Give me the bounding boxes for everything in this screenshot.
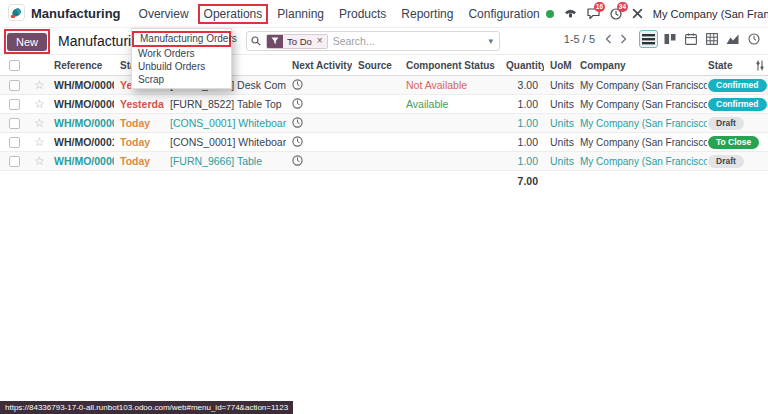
tools-icon[interactable] <box>632 8 643 19</box>
row-checkbox[interactable] <box>9 118 20 129</box>
table-row[interactable]: ☆ WH/MO/00009 Today [CONS_0001] Whiteboa… <box>0 114 768 133</box>
favorite-star-icon[interactable]: ☆ <box>34 79 45 91</box>
cell-uom: Units <box>544 79 574 91</box>
app-name: Manufacturing <box>31 6 121 21</box>
systray: 16 34 My Company (San Francisco) <box>546 5 768 22</box>
menu-reporting[interactable]: Reporting <box>395 4 459 24</box>
company-switcher[interactable]: My Company (San Francisco) <box>653 8 768 20</box>
list-view-button[interactable] <box>639 30 658 48</box>
menu-item-scrap[interactable]: Scrap <box>132 73 231 86</box>
search-options-caret-icon[interactable]: ▾ <box>488 36 493 46</box>
next-activity-clock-icon[interactable] <box>286 79 352 92</box>
cell-component-status: Not Available <box>400 79 500 91</box>
favorite-star-icon[interactable]: ☆ <box>34 155 45 167</box>
new-button-highlight: New <box>4 29 50 54</box>
table-row[interactable]: ☆ WH/MO/00003 Yesterday [FURN_8522] Tabl… <box>0 95 768 114</box>
next-activity-clock-icon[interactable] <box>286 155 352 168</box>
menu-operations[interactable]: Operations <box>198 4 269 24</box>
table-row[interactable]: ☆ WH/MO/00002 Today [FURN_9666] Table 1.… <box>0 152 768 171</box>
cell-quantity: 3.00 <box>500 79 544 91</box>
activities-clock-icon[interactable]: 34 <box>610 8 622 20</box>
column-header-company[interactable]: Company <box>574 60 707 71</box>
cell-reference: WH/MO/00010 <box>54 136 114 148</box>
favorite-star-icon[interactable]: ☆ <box>34 98 45 110</box>
menu-item-work-orders[interactable]: Work Orders <box>132 47 231 60</box>
column-header-state[interactable]: State <box>707 60 752 71</box>
remove-filter-icon[interactable]: × <box>316 35 327 48</box>
status-badge: To Close <box>707 135 752 149</box>
menu-configuration[interactable]: Configuration <box>462 4 545 24</box>
status-badge: Confirmed <box>707 78 752 92</box>
kanban-view-button[interactable] <box>660 30 679 48</box>
cell-reference: WH/MO/00003 <box>54 98 114 110</box>
column-header-component-status[interactable]: Component Status <box>400 60 500 71</box>
pager-range: 1-5 / 5 <box>564 33 595 45</box>
cell-company: My Company (San Francisco) <box>574 118 707 129</box>
column-header-source[interactable]: Source <box>352 60 400 71</box>
filter-funnel-icon <box>267 35 283 48</box>
cell-product: [CONS_0001] Whiteboard Pen <box>164 136 286 148</box>
search-icon <box>251 32 261 50</box>
pivot-view-button[interactable] <box>702 30 721 48</box>
cell-reference: WH/MO/00002 <box>54 155 114 167</box>
pager-previous-button[interactable] <box>601 31 616 48</box>
column-header-reference[interactable]: Reference <box>54 60 114 71</box>
manufacturing-orders-list: Reference Start Next Activity Source Com… <box>0 56 768 190</box>
graph-view-button[interactable] <box>723 30 742 48</box>
activity-view-button[interactable] <box>744 30 763 48</box>
top-navbar: Manufacturing Overview Operations Planni… <box>0 0 768 28</box>
app-home-menu[interactable]: Manufacturing <box>8 4 121 24</box>
cell-quantity: 1.00 <box>500 155 544 167</box>
row-checkbox[interactable] <box>9 80 20 91</box>
cell-product: [FURN_9666] Table <box>164 155 286 167</box>
row-checkbox[interactable] <box>9 137 20 148</box>
cell-company: My Company (San Francisco) <box>574 137 707 148</box>
table-row[interactable]: ☆ WH/MO/00001 Yesterday [FURN_7800] Desk… <box>0 76 768 95</box>
cell-quantity: 1.00 <box>500 117 544 129</box>
messages-icon[interactable]: 16 <box>587 8 600 19</box>
pager-next-button[interactable] <box>616 31 631 48</box>
optional-columns-icon[interactable] <box>752 60 768 71</box>
cell-start: Today <box>114 117 164 129</box>
next-activity-clock-icon[interactable] <box>286 117 352 130</box>
cell-company: My Company (San Francisco) <box>574 99 707 110</box>
browser-status-bar: https://84336793-17-0-all.runbot103.odoo… <box>0 401 293 414</box>
menu-overview[interactable]: Overview <box>133 4 195 24</box>
menu-products[interactable]: Products <box>333 4 392 24</box>
activities-badge: 34 <box>617 2 628 12</box>
favorite-star-icon[interactable]: ☆ <box>34 136 45 148</box>
menu-item-unbuild-orders[interactable]: Unbuild Orders <box>132 60 231 73</box>
column-header-uom[interactable]: UoM <box>544 60 574 71</box>
quantity-total: 7.00 <box>500 175 544 187</box>
column-header-quantity[interactable]: Quantity <box>500 60 544 71</box>
select-all-checkbox[interactable] <box>9 60 20 71</box>
cell-company: My Company (San Francisco) <box>574 80 707 91</box>
cell-product: [FURN_8522] Table Top <box>164 98 286 110</box>
next-activity-clock-icon[interactable] <box>286 98 352 111</box>
column-header-next-activity[interactable]: Next Activity <box>286 60 352 71</box>
manufacturing-app-icon <box>8 4 25 24</box>
cell-product: [CONS_0001] Whiteboard Pen <box>164 117 286 129</box>
voip-phone-icon[interactable] <box>564 8 577 19</box>
row-checkbox[interactable] <box>9 99 20 110</box>
pager-and-views: 1-5 / 5 <box>564 30 763 48</box>
calendar-view-button[interactable] <box>681 30 700 48</box>
cell-quantity: 1.00 <box>500 98 544 110</box>
filter-facet: To Do × <box>266 34 328 49</box>
search-input[interactable]: Search... <box>333 35 484 47</box>
status-badge: Draft <box>707 154 752 168</box>
app-menu: Overview Operations Planning Products Re… <box>133 4 546 24</box>
new-button[interactable]: New <box>7 33 47 51</box>
view-switcher <box>639 30 763 48</box>
cell-reference: WH/MO/00001 <box>54 79 114 91</box>
menu-planning[interactable]: Planning <box>271 4 330 24</box>
next-activity-clock-icon[interactable] <box>286 136 352 149</box>
search-bar[interactable]: To Do × Search... ▾ <box>246 31 500 51</box>
status-badge: Confirmed <box>707 97 752 111</box>
table-row[interactable]: ☆ WH/MO/00010 Today [CONS_0001] Whiteboa… <box>0 133 768 152</box>
menu-item-manufacturing-orders[interactable]: Manufacturing Orders <box>132 31 231 47</box>
favorite-star-icon[interactable]: ☆ <box>34 117 45 129</box>
row-checkbox[interactable] <box>9 156 20 167</box>
cell-component-status: Available <box>400 98 500 110</box>
cell-quantity: 1.00 <box>500 136 544 148</box>
